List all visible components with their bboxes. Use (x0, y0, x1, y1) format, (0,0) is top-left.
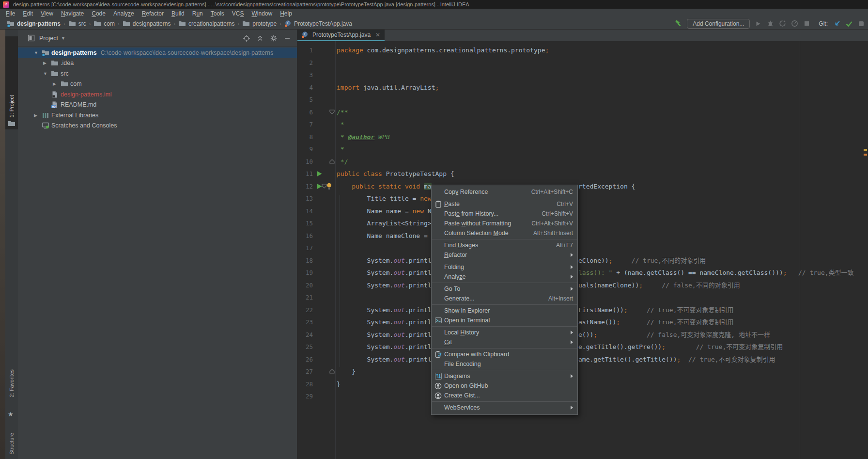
breadcrumb-item-prototype[interactable]: prototype (242, 20, 277, 28)
chevron-down-icon[interactable]: ▼ (61, 36, 65, 41)
git-update-icon[interactable] (833, 20, 841, 28)
menubar-item-build[interactable]: Build (168, 10, 188, 17)
menu-item-analyze[interactable]: Analyze (432, 272, 577, 282)
code-line-29: 29 (297, 390, 868, 403)
close-icon[interactable]: ✕ (375, 32, 380, 38)
hide-panel-icon[interactable] (283, 34, 291, 42)
stop-icon[interactable] (803, 20, 810, 28)
line-number: 25 (297, 341, 313, 353)
breadcrumb-label: creationalpatterns (188, 20, 234, 27)
chevron-down-icon[interactable]: ▼ (43, 71, 51, 76)
menu-item-generate[interactable]: Generate...Alt+Insert (432, 294, 577, 303)
code-editor[interactable]: 1package com.designpatterns.creationalpa… (297, 41, 868, 459)
run-icon[interactable] (754, 20, 762, 28)
menu-item-column-selection-mode[interactable]: Column Selection ModeAlt+Shift+Insert (432, 228, 577, 238)
menu-item-show-in-explorer[interactable]: Show in Explorer (432, 306, 577, 316)
menu-item-label: Git (444, 339, 452, 346)
menu-item-paste-without-formatting[interactable]: Paste without FormattingCtrl+Alt+Shift+V (432, 219, 577, 228)
folder-icon (123, 20, 130, 28)
git-rollback-icon[interactable] (857, 20, 865, 28)
editor-area[interactable]: C PrototypeTestApp.java ✕ 1package com.d… (297, 30, 868, 459)
menu-icon-slot (434, 273, 444, 281)
menu-item-paste-from-history[interactable]: Paste from History...Ctrl+Shift+V (432, 209, 577, 219)
git-label: Git: (819, 20, 828, 27)
menu-icon-slot (434, 220, 444, 227)
add-configuration-button[interactable]: Add Configuration... (687, 19, 750, 29)
menubar-item-analyze[interactable]: Analyze (109, 10, 138, 17)
intention-bulb-icon[interactable] (326, 183, 332, 190)
line-number: 3 (297, 69, 313, 81)
menu-item-git[interactable]: Git (432, 337, 577, 347)
structure-tab-label: Structure (9, 433, 15, 455)
tool-window-tab-project[interactable]: 1: Project (5, 36, 18, 129)
fold-marker-icon[interactable] (329, 159, 335, 164)
menubar-item-refactor[interactable]: Refactor (138, 10, 168, 17)
breadcrumb-item-creationalpatterns[interactable]: creationalpatterns (178, 20, 234, 28)
menu-item-open-on-github[interactable]: Open on GitHub (432, 381, 577, 391)
menu-item-paste[interactable]: PasteCtrl+V (432, 199, 577, 209)
build-hammer-icon[interactable] (675, 20, 682, 28)
line-number: 27 (297, 365, 313, 378)
profiler-icon[interactable] (790, 20, 798, 28)
breadcrumb-item-design-patterns[interactable]: design-patterns (7, 20, 61, 28)
breadcrumb-item-com[interactable]: com (93, 20, 115, 28)
menubar-item-code[interactable]: Code (88, 10, 109, 17)
menu-item-compare-with-clipboard[interactable]: Compare with Clipboard (432, 349, 577, 359)
menu-item-file-encoding[interactable]: File Encoding (432, 359, 577, 369)
tree-row-design-patternsiml[interactable]: design-patterns.iml (18, 89, 297, 100)
tree-row-external-libraries[interactable]: ▶External Libraries (18, 110, 297, 121)
menubar-item-tools[interactable]: Tools (207, 10, 228, 17)
tool-window-tab-favorites[interactable]: 2: Favorites (5, 356, 18, 411)
tree-row-design-patterns[interactable]: ▼design-patternsC:\code-workspace\idea-s… (18, 47, 297, 58)
fold-marker-icon[interactable] (329, 110, 335, 114)
chevron-down-icon[interactable]: ▼ (34, 50, 42, 55)
tree-row-com[interactable]: ▶com (18, 79, 297, 90)
tree-row-idea[interactable]: ▶.idea (18, 58, 297, 69)
project-folder-icon (8, 120, 16, 127)
menubar-item-run[interactable]: Run (188, 10, 207, 17)
window-title: design-patterns [C:\code-workspace\idea-… (13, 1, 469, 7)
breadcrumb-item-src[interactable]: src (68, 20, 86, 28)
select-opened-file-icon[interactable] (243, 34, 250, 42)
run-with-coverage-icon[interactable] (778, 20, 786, 28)
menu-item-refactor[interactable]: Refactor (432, 250, 577, 260)
gear-icon[interactable] (270, 34, 278, 42)
editor-tab-prototypetestapp[interactable]: C PrototypeTestApp.java ✕ (297, 30, 385, 41)
breadcrumb-item-prototypetestappjava[interactable]: CPrototypeTestApp.java (284, 20, 352, 27)
line-number: 1 (297, 44, 313, 57)
menu-item-folding[interactable]: Folding (432, 262, 577, 272)
fold-marker-icon[interactable] (329, 369, 335, 374)
menubar-item-window[interactable]: Window (248, 10, 276, 17)
menu-item-local-history[interactable]: Local History (432, 328, 577, 337)
menu-item-find-usages[interactable]: Find UsagesAlt+F7 (432, 240, 577, 250)
chevron-right-icon[interactable]: ▶ (53, 81, 61, 86)
menu-item-create-gist[interactable]: Create Gist... (432, 391, 577, 400)
collapse-all-icon[interactable] (256, 34, 264, 42)
tree-row-scratches-and-consoles[interactable]: Scratches and Consoles (18, 121, 297, 131)
menu-item-open-in-terminal[interactable]: Open in Terminal (432, 316, 577, 325)
menu-item-label: Diagrams (444, 373, 470, 380)
tree-row-readmemd[interactable]: MDREADME.md (18, 100, 297, 111)
run-arrow-icon[interactable] (316, 171, 323, 177)
menubar-item-vcs[interactable]: VCS (228, 10, 248, 17)
menubar-item-edit[interactable]: Edit (19, 10, 37, 17)
project-panel-title[interactable]: Project (39, 35, 58, 42)
breadcrumb-item-designpatterns[interactable]: designpatterns (123, 20, 171, 28)
tree-row-src[interactable]: ▼src (18, 68, 297, 79)
menu-item-label: Generate... (444, 295, 475, 302)
chevron-right-icon[interactable]: ▶ (34, 113, 42, 118)
menubar-item-file[interactable]: File (2, 10, 19, 17)
git-commit-icon[interactable] (845, 20, 853, 28)
tool-window-tab-structure[interactable]: Structure (5, 433, 18, 459)
code-text: * @author WPB (337, 131, 390, 143)
chevron-right-icon[interactable]: ▶ (43, 61, 51, 65)
menubar-item-view[interactable]: View (37, 10, 57, 17)
menubar-item-help[interactable]: Help (276, 10, 296, 17)
submenu-arrow-icon (571, 253, 573, 257)
debug-icon[interactable] (766, 20, 774, 28)
menu-item-webservices[interactable]: WebServices (432, 403, 577, 412)
menu-item-go-to[interactable]: Go To (432, 284, 577, 294)
menu-item-copy-reference[interactable]: Copy ReferenceCtrl+Alt+Shift+C (432, 187, 577, 197)
menu-item-diagrams[interactable]: Diagrams (432, 371, 577, 381)
menubar-item-navigate[interactable]: Navigate (57, 10, 88, 17)
